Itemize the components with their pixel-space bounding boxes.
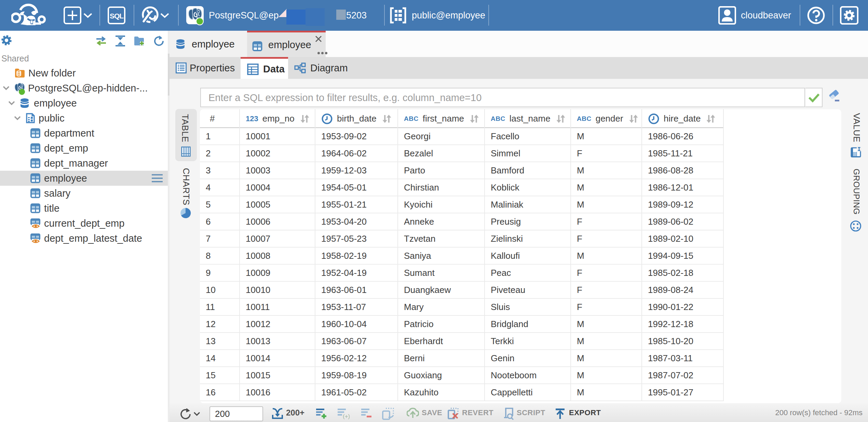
svg-text:SQL: SQL xyxy=(110,12,124,20)
svg-text:(+): (+) xyxy=(343,413,350,419)
